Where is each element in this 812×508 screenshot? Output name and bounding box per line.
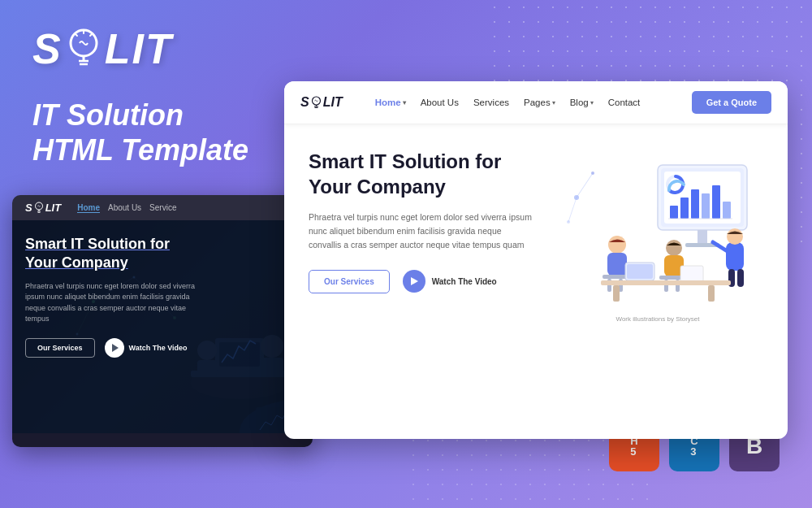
dark-nav-about: About Us [108, 203, 141, 213]
light-play-triangle [411, 277, 418, 285]
dark-nav-links: Home About Us Service [77, 203, 176, 213]
svg-rect-66 [613, 285, 620, 302]
get-quote-button[interactable]: Get a Quote [692, 91, 771, 114]
light-play-icon [403, 270, 425, 293]
logo-s-letter: S [32, 24, 63, 73]
svg-line-6 [75, 33, 77, 36]
dark-hero: Smart IT Solution for Your Company Phrae… [12, 220, 313, 433]
illustration-credit: Work illustrations by Storyset [552, 315, 763, 323]
logo-bulb-icon [66, 27, 102, 71]
light-logo-bulb [311, 96, 322, 109]
svg-line-71 [577, 173, 593, 198]
business-illustration [552, 149, 763, 311]
illustration-area [552, 149, 763, 311]
light-nav-items: Home ▾ About Us Services Pages ▾ Blog ▾ … [375, 98, 692, 107]
light-nav-pages[interactable]: Pages ▾ [524, 98, 555, 107]
dark-hero-buttons: Our Services Watch The Video [25, 338, 300, 358]
main-logo: S LIT [32, 24, 260, 73]
dark-play-icon [105, 338, 124, 358]
svg-rect-65 [601, 280, 731, 285]
svg-rect-50 [737, 269, 744, 287]
dark-nav-home: Home [77, 203, 100, 213]
logo-lit-letters: LIT [105, 24, 173, 73]
svg-rect-39 [680, 198, 689, 219]
svg-rect-41 [702, 193, 710, 219]
dark-preview-card: S LIT Home About Us Service [12, 195, 313, 447]
svg-rect-67 [708, 285, 715, 302]
svg-rect-43 [723, 202, 731, 219]
dark-logo: S LIT [25, 202, 61, 214]
tagline-line1: IT Solution [32, 98, 260, 132]
light-nav-contact[interactable]: Contact [608, 98, 641, 107]
light-watch-button[interactable]: Watch The Video [403, 270, 497, 293]
light-nav-home[interactable]: Home ▾ [375, 98, 406, 107]
svg-point-59 [666, 240, 682, 256]
dark-services-button[interactable]: Our Services [25, 338, 95, 358]
svg-point-47 [727, 228, 743, 245]
light-hero: Smart IT Solution for Your Company Phrae… [284, 124, 788, 339]
svg-point-51 [608, 236, 626, 254]
dark-navbar: S LIT Home About Us Service [12, 195, 313, 220]
dark-hero-para: Phraetra vel turpis nunc eget lorem dolo… [25, 281, 204, 325]
light-navbar: S LIT Home ▾ About Us Services Pages ▾ [284, 81, 788, 124]
dark-hero-content: Smart IT Solution for Your Company Phrae… [25, 235, 300, 358]
light-hero-para: Phraetra vel turpis nunc eget lorem dolo… [309, 211, 536, 251]
svg-rect-35 [698, 230, 707, 245]
svg-rect-57 [627, 264, 653, 279]
light-logo: S LIT [300, 95, 343, 110]
light-nav-about[interactable]: About Us [421, 98, 459, 107]
svg-rect-64 [680, 266, 703, 282]
dark-nav-services: Service [149, 203, 176, 213]
tagline: IT Solution HTML Template [32, 98, 260, 167]
svg-rect-52 [607, 253, 627, 276]
light-nav-blog[interactable]: Blog ▾ [570, 98, 594, 107]
light-hero-left: Smart IT Solution for Your Company Phrae… [309, 149, 536, 293]
svg-line-5 [90, 33, 93, 36]
dark-hero-title: Smart IT Solution for Your Company [25, 235, 300, 273]
light-hero-buttons: Our Services Watch The Video [309, 270, 536, 293]
svg-rect-42 [712, 185, 720, 219]
svg-line-72 [568, 198, 577, 222]
dark-play-triangle [112, 344, 119, 352]
light-nav-services[interactable]: Services [473, 98, 509, 107]
svg-rect-40 [691, 189, 699, 219]
light-services-button[interactable]: Our Services [309, 270, 390, 293]
dark-watch-button[interactable]: Watch The Video [105, 338, 188, 358]
svg-rect-46 [726, 242, 744, 271]
dark-logo-bulb [34, 202, 44, 214]
svg-rect-38 [670, 206, 678, 219]
light-hero-title: Smart IT Solution for Your Company [309, 149, 536, 199]
tagline-line2: HTML Template [32, 132, 260, 167]
brand-area: S LIT IT Solution HTML Template [32, 24, 260, 174]
light-hero-right: Work illustrations by Storyset [552, 149, 763, 323]
light-preview-card: S LIT Home ▾ About Us Services Pages ▾ [284, 81, 788, 439]
